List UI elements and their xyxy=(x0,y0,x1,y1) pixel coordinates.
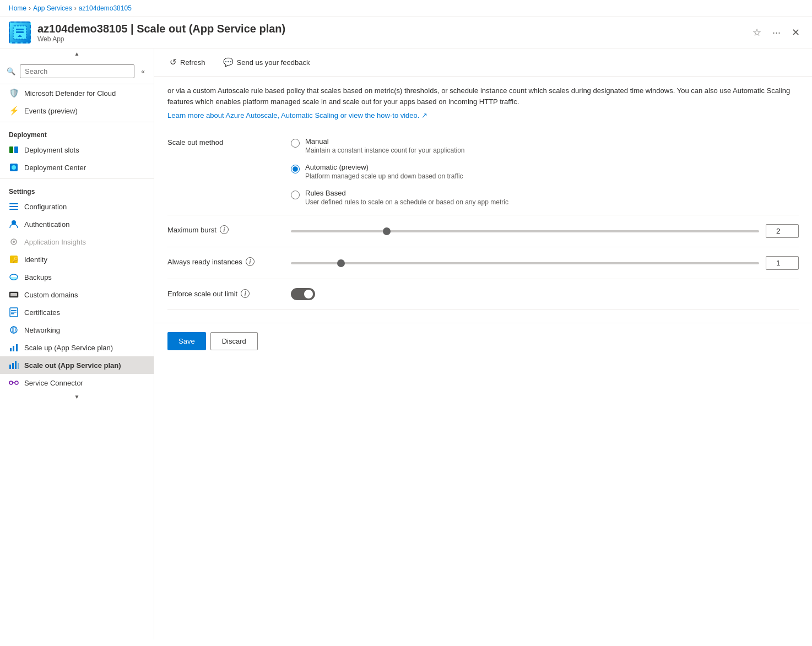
max-burst-input[interactable]: 2 xyxy=(766,224,799,238)
max-burst-info-icon[interactable]: i xyxy=(220,225,229,234)
svg-rect-18 xyxy=(10,293,17,296)
close-button[interactable]: ✕ xyxy=(788,23,803,42)
svg-point-13 xyxy=(13,241,15,243)
sidebar-item-networking-label: Networking xyxy=(24,326,60,334)
toggle-knob xyxy=(304,290,313,298)
svg-rect-21 xyxy=(11,312,17,313)
always-ready-slider[interactable] xyxy=(291,262,759,264)
service-connector-icon xyxy=(9,378,19,388)
max-burst-row: Maximum burst i 2 xyxy=(167,215,799,247)
sidebar-item-backups[interactable]: Backups xyxy=(0,268,154,286)
always-ready-input[interactable]: 1 xyxy=(766,256,799,270)
events-icon: ⚡ xyxy=(9,106,19,116)
svg-rect-30 xyxy=(12,363,14,369)
sidebar-item-authentication[interactable]: Authentication xyxy=(0,215,154,233)
max-burst-label: Maximum burst i xyxy=(167,224,278,234)
sidebar-item-app-insights: Application Insights xyxy=(0,233,154,251)
sidebar-item-events-label: Events (preview) xyxy=(24,107,78,115)
svg-rect-26 xyxy=(10,348,12,351)
max-burst-slider-row: 2 xyxy=(291,224,799,238)
more-options-button[interactable]: ··· xyxy=(769,24,784,42)
enforce-scale-toggle[interactable] xyxy=(291,288,315,300)
always-ready-row: Always ready instances i 1 xyxy=(167,247,799,279)
rules-based-desc: User defined rules to scale on a schedul… xyxy=(305,198,508,206)
sidebar-item-defender[interactable]: 🛡️ Microsoft Defender for Cloud xyxy=(0,84,154,102)
breadcrumb-resource[interactable]: az104demo38105 xyxy=(79,4,132,12)
sidebar-item-deployment-center[interactable]: Deployment Center xyxy=(0,159,154,176)
networking-icon xyxy=(9,325,19,335)
configuration-icon xyxy=(9,202,19,211)
sidebar-item-configuration[interactable]: Configuration xyxy=(0,198,154,215)
scale-out-icon xyxy=(9,360,19,370)
sidebar-item-events[interactable]: ⚡ Events (preview) xyxy=(0,102,154,120)
sidebar-item-networking[interactable]: Networking xyxy=(0,321,154,339)
manual-radio[interactable] xyxy=(291,139,300,148)
backups-icon xyxy=(9,272,19,282)
rules-based-label: Rules Based xyxy=(305,189,508,197)
deployment-slots-icon xyxy=(9,145,19,155)
sidebar-item-scale-up-label: Scale up (App Service plan) xyxy=(24,344,113,352)
always-ready-info-icon[interactable]: i xyxy=(246,257,255,266)
sidebar-item-identity-label: Identity xyxy=(24,256,47,264)
sidebar-item-scale-up[interactable]: Scale up (App Service plan) xyxy=(0,339,154,356)
sidebar-item-app-insights-label: Application Insights xyxy=(24,238,86,246)
svg-rect-5 xyxy=(14,146,18,153)
sidebar-item-authentication-label: Authentication xyxy=(24,220,69,229)
enforce-scale-label: Enforce scale out limit i xyxy=(167,288,278,298)
sidebar-item-scale-out[interactable]: Scale out (App Service plan) xyxy=(0,356,154,374)
enforce-scale-info-icon[interactable]: i xyxy=(241,289,250,298)
feedback-label: Send us your feedback xyxy=(237,58,310,67)
sidebar-item-certificates[interactable]: Certificates xyxy=(0,303,154,321)
breadcrumb-home[interactable]: Home xyxy=(9,4,26,12)
sidebar-item-custom-domains-label: Custom domains xyxy=(24,291,78,299)
breadcrumb: Home › App Services › az104demo38105 xyxy=(0,0,812,17)
svg-point-34 xyxy=(15,381,18,384)
collapse-sidebar-button[interactable]: « xyxy=(139,66,147,78)
feedback-button[interactable]: 💬 Send us your feedback xyxy=(219,55,315,69)
page-subtitle: Web App xyxy=(37,35,285,43)
buttons-row: Save Discard xyxy=(154,323,812,359)
description-link[interactable]: Learn more about Azure Autoscale, Automa… xyxy=(167,111,427,120)
manual-option[interactable]: Manual Maintain a constant instance coun… xyxy=(291,137,799,154)
rules-based-option[interactable]: Rules Based User defined rules to scale … xyxy=(291,189,799,206)
sidebar-item-defender-label: Microsoft Defender for Cloud xyxy=(24,89,116,97)
page-header-text: az104demo38105 | Scale out (App Service … xyxy=(37,23,285,43)
custom-domains-icon xyxy=(9,290,19,300)
discard-button[interactable]: Discard xyxy=(210,332,258,350)
sidebar-item-deployment-slots[interactable]: Deployment slots xyxy=(0,141,154,159)
automatic-desc: Platform managed scale up and down based… xyxy=(305,172,463,180)
defender-icon: 🛡️ xyxy=(9,88,19,98)
deployment-section-label: Deployment xyxy=(0,124,154,141)
automatic-option[interactable]: Automatic (preview) Platform managed sca… xyxy=(291,163,799,180)
scale-up-icon xyxy=(9,343,19,352)
save-button[interactable]: Save xyxy=(167,332,206,350)
refresh-icon: ↺ xyxy=(170,57,177,67)
automatic-radio[interactable] xyxy=(291,165,300,173)
search-input[interactable] xyxy=(20,64,134,78)
sidebar-scroll-up[interactable]: ▲ xyxy=(0,48,154,59)
sidebar-item-identity[interactable]: 🔑 Identity xyxy=(0,251,154,268)
certificates-icon xyxy=(9,307,19,317)
refresh-button[interactable]: ↺ Refresh xyxy=(165,55,210,69)
search-icon: 🔍 xyxy=(7,67,15,75)
sidebar-item-scale-out-label: Scale out (App Service plan) xyxy=(24,361,121,370)
svg-text:🔑: 🔑 xyxy=(12,256,19,263)
svg-rect-4 xyxy=(9,146,13,153)
resource-icon xyxy=(9,21,31,44)
scale-out-method-group: Manual Maintain a constant instance coun… xyxy=(291,137,799,206)
sidebar-item-service-connector[interactable]: Service Connector xyxy=(0,374,154,392)
sidebar-item-configuration-label: Configuration xyxy=(24,203,67,211)
breadcrumb-app-services[interactable]: App Services xyxy=(33,4,72,12)
rules-based-radio[interactable] xyxy=(291,191,300,199)
sidebar-item-backups-label: Backups xyxy=(24,273,52,281)
sidebar-scroll-down[interactable]: ▼ xyxy=(0,392,154,402)
sidebar-item-certificates-label: Certificates xyxy=(24,308,60,317)
app-insights-icon xyxy=(9,237,19,247)
max-burst-slider[interactable] xyxy=(291,230,759,232)
identity-icon: 🔑 xyxy=(9,254,19,264)
svg-rect-1 xyxy=(16,29,24,30)
svg-rect-31 xyxy=(15,361,17,369)
favorite-button[interactable]: ☆ xyxy=(749,23,765,42)
sidebar-item-custom-domains[interactable]: Custom domains xyxy=(0,286,154,303)
main-layout: ▲ 🔍 « 🛡️ Microsoft Defender for Cloud ⚡ … xyxy=(0,48,812,639)
